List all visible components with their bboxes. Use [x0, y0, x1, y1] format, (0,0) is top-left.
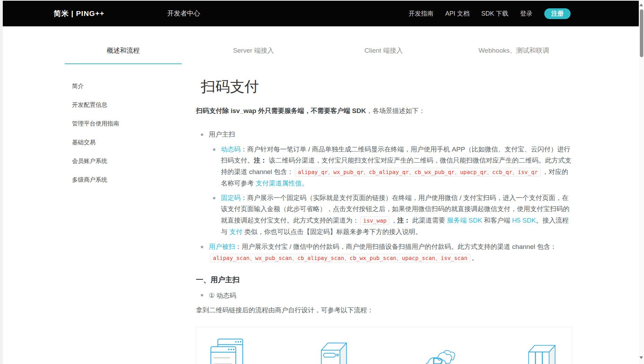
inline-code: alipay_qr、wx_pub_qr、cb_alipay_qr、cb_wx_p… — [295, 168, 541, 176]
sidebar-item-intro[interactable]: 简介 — [72, 77, 162, 96]
scrollbar-up-arrow-icon[interactable] — [639, 3, 643, 6]
inline-text: 此渠道需要 — [410, 217, 447, 224]
inline-link[interactable]: 支付渠道属性值。 — [256, 180, 308, 187]
inline-link[interactable]: H5 SDK — [512, 217, 536, 224]
inline-link[interactable]: 动态码 — [221, 146, 241, 153]
inline-bold: 扫码支付除 isv_wap 外只需要服务端，不需要客户端 SDK — [196, 107, 366, 114]
flow-intro-text: 拿到二维码链接后的流程由商户自行设计，可参考以下流程： — [196, 306, 374, 315]
cloud-service-icon — [421, 337, 457, 364]
scenario-list: 用户主扫 动态码：商户针对每一笔订单 / 商品单独生成二维码显示在终端，用户使用… — [196, 129, 574, 268]
page: 简米 | PING++ 开发者中心 开发指南 API 文档 SDK 下载 登录 … — [3, 0, 639, 364]
server-icon — [315, 337, 351, 364]
inline-text: ：用户展示支付宝 / 微信中的付款码，商户使用扫描设备扫描用户的付款码。此方式支… — [235, 243, 557, 250]
archive-books-icon — [526, 337, 562, 364]
scrollbar-down-arrow-icon[interactable] — [639, 356, 643, 359]
inline-link[interactable]: 服务端 SDK — [447, 217, 482, 224]
list-item-dynamic-code: 动态码：商户针对每一笔订单 / 商品单独生成二维码显示在终端，用户使用手机 AP… — [209, 144, 574, 189]
sidebar-item-dev-config[interactable]: 开发配置信息 — [72, 96, 162, 114]
inline-link[interactable]: 支付 — [229, 228, 242, 235]
inline-bold: 注： — [397, 217, 410, 224]
sidebar-item-dashboard-guide[interactable]: 管理平台使用指南 — [72, 114, 162, 133]
flow-diagram — [196, 327, 572, 364]
inline-text: ，各场景描述如下： — [366, 107, 425, 114]
inline-link[interactable]: 固定码 — [221, 194, 241, 201]
user-scan-label: 用户主扫 — [209, 131, 235, 138]
section-heading-user-scan: 一、用户主扫 — [196, 275, 240, 285]
inline-bold: 注： — [254, 157, 267, 164]
tab-overview-and-flow[interactable]: 概述和流程 — [58, 35, 188, 64]
main-content: 扫码支付 扫码支付除 isv_wap 外只需要服务端，不需要客户端 SDK，各场… — [196, 0, 574, 364]
list-item-fixed-code: 固定码：商户展示一个固定码（实际就是支付页面的链接）在终端，用户使用微信 / 支… — [209, 192, 574, 238]
inline-text: ， — [391, 217, 397, 224]
browser-windows-icon — [209, 337, 245, 364]
sidebar-item-basic-trade[interactable]: 基础交易 — [72, 133, 162, 152]
inline-text: 。 — [472, 254, 478, 261]
logo[interactable]: 简米 | PING++ — [54, 1, 104, 26]
list-item-user-scanned: 用户被扫：用户展示支付宝 / 微信中的付款码，商户使用扫描设备扫描用户的付款码。… — [196, 241, 574, 264]
inline-text: 和客户端 — [482, 217, 512, 224]
nav-dev-center[interactable]: 开发者中心 — [167, 1, 200, 26]
inline-code: isv_wap — [360, 216, 390, 225]
inline-link[interactable]: 用户被扫 — [209, 243, 235, 250]
sidebar-item-multi-merchant[interactable]: 多级商户系统 — [72, 171, 162, 189]
inline-code: alipay_scan、wx_pub_scan、cb_alipay_scan、c… — [210, 254, 471, 262]
sidebar-item-member-account[interactable]: 会员账户系统 — [72, 152, 162, 171]
page-title: 扫码支付 — [201, 77, 259, 96]
inline-text: 类似，你也可以点击【固定码】标题来参考下方的接入说明。 — [242, 228, 422, 235]
sidebar: 简介 开发配置信息 管理平台使用指南 基础交易 会员账户系统 多级商户系统 — [72, 77, 162, 189]
intro-paragraph: 扫码支付除 isv_wap 外只需要服务端，不需要客户端 SDK，各场景描述如下… — [196, 105, 573, 116]
scrollbar-thumb[interactable] — [640, 9, 643, 57]
list-item-user-scan: 用户主扫 动态码：商户针对每一笔订单 / 商品单独生成二维码显示在终端，用户使用… — [196, 129, 574, 238]
sub-bullet-dynamic-code: ① 动态码 — [196, 291, 236, 300]
scrollbar[interactable] — [639, 0, 644, 364]
